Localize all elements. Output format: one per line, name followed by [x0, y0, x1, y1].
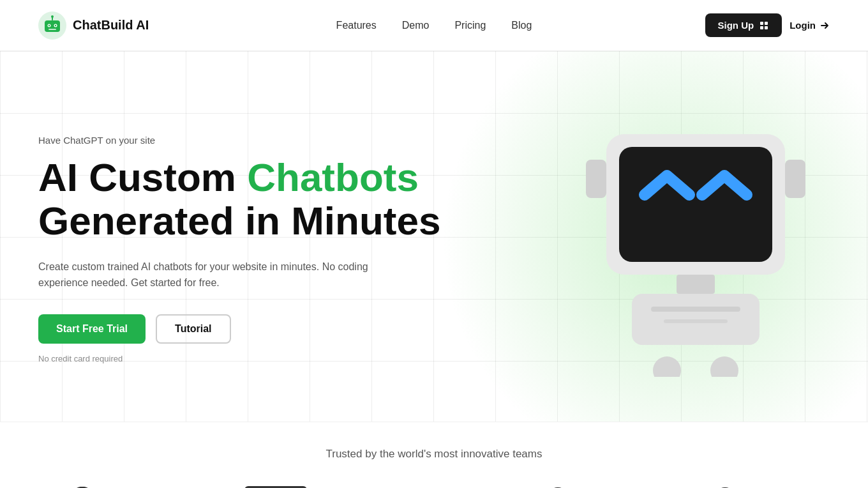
trusted-title: Trusted by the world's most innovative t… [38, 448, 830, 461]
robot-svg [568, 96, 823, 377]
svg-rect-13 [586, 160, 606, 198]
signup-icon [759, 20, 769, 31]
brand-name: ChatBuild AI [73, 18, 149, 33]
hero-text: Have ChatGPT on your site AI Custom Chat… [38, 122, 440, 363]
svg-rect-21 [651, 307, 740, 312]
login-button[interactable]: Login [789, 20, 830, 31]
svg-rect-14 [785, 160, 805, 198]
login-arrow-icon [819, 20, 830, 31]
hero-section: Have ChatGPT on your site AI Custom Chat… [0, 51, 868, 422]
hero-title-part1: AI Custom [38, 155, 247, 199]
hero-robot-illustration [498, 89, 830, 396]
navbar-actions: Sign Up Login [705, 13, 830, 37]
nav-demo[interactable]: Demo [402, 20, 430, 31]
svg-rect-8 [49, 29, 56, 30]
trusted-section: Trusted by the world's most innovative t… [0, 422, 868, 488]
navbar: ChatBuild AI Features Demo Pricing Blog … [0, 0, 868, 51]
start-free-trial-button[interactable]: Start Free Trial [38, 314, 146, 344]
svg-rect-1 [45, 20, 60, 32]
nav-blog[interactable]: Blog [511, 20, 532, 31]
svg-rect-17 [677, 275, 715, 294]
hero-title-highlight: Chatbots [247, 155, 419, 199]
hero-buttons: Start Free Trial Tutorial [38, 314, 440, 344]
hero-description: Create custom trained AI chatbots for yo… [38, 259, 396, 291]
hero-subtitle: Have ChatGPT on your site [38, 135, 440, 146]
svg-point-5 [55, 24, 56, 26]
main-nav: Features Demo Pricing Blog [336, 20, 532, 31]
svg-rect-22 [664, 319, 728, 323]
svg-point-19 [653, 356, 681, 377]
svg-rect-11 [760, 26, 763, 29]
signup-button[interactable]: Sign Up [705, 13, 782, 37]
nav-features[interactable]: Features [336, 20, 377, 31]
no-credit-note: No credit card required [38, 354, 440, 363]
svg-point-7 [51, 15, 54, 18]
svg-rect-12 [765, 26, 768, 29]
nav-pricing[interactable]: Pricing [454, 20, 486, 31]
svg-rect-9 [760, 22, 763, 25]
tutorial-button[interactable]: Tutorial [156, 314, 230, 344]
svg-rect-10 [765, 22, 768, 25]
hero-title-part2: Generated in Minutes [38, 199, 440, 243]
svg-rect-16 [619, 147, 772, 262]
brand[interactable]: ChatBuild AI [38, 11, 149, 40]
svg-point-4 [49, 24, 50, 26]
svg-point-20 [710, 356, 738, 377]
brand-logo-icon [38, 11, 66, 40]
hero-content: Have ChatGPT on your site AI Custom Chat… [0, 51, 868, 422]
hero-title: AI Custom Chatbots Generated in Minutes [38, 156, 440, 243]
